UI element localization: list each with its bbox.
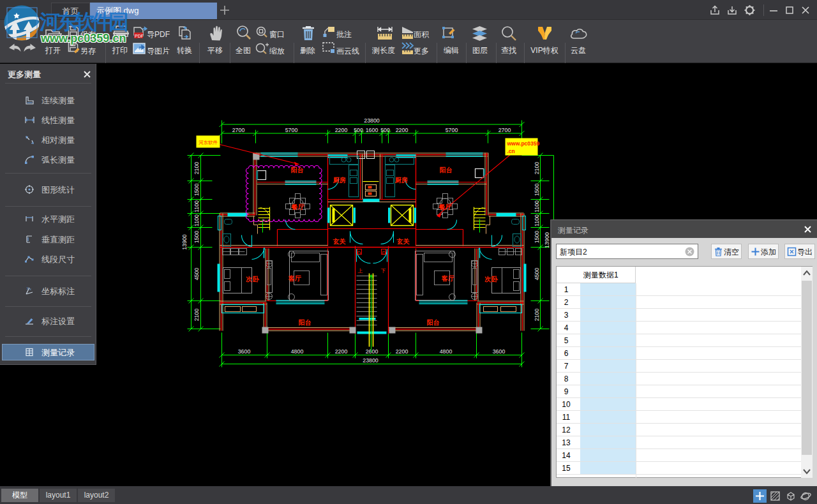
svg-text:餐厅: 餐厅 — [438, 204, 453, 211]
svg-text:2200: 2200 — [396, 127, 408, 133]
svg-text:阳台: 阳台 — [440, 167, 453, 174]
svg-text:1500: 1500 — [534, 231, 540, 244]
svg-text:2600: 2600 — [366, 348, 379, 355]
svg-text:2200: 2200 — [335, 127, 348, 133]
svg-text:2200: 2200 — [335, 348, 348, 355]
svg-text:1600: 1600 — [366, 127, 379, 133]
svg-text:D: D — [382, 250, 386, 256]
svg-text:5700: 5700 — [446, 127, 458, 133]
svg-text:3600: 3600 — [493, 348, 506, 355]
svg-text:玄关: 玄关 — [396, 238, 410, 245]
svg-text:1100: 1100 — [534, 214, 540, 226]
svg-text:阳台: 阳台 — [427, 319, 440, 326]
svg-text:500: 500 — [380, 127, 390, 133]
svg-text:2200: 2200 — [396, 348, 408, 355]
svg-text:4500: 4500 — [534, 268, 540, 281]
svg-text:x: x — [29, 287, 31, 291]
svg-text:厨房: 厨房 — [333, 177, 346, 184]
svg-text:2100: 2100 — [193, 162, 200, 175]
svg-text:500: 500 — [354, 127, 363, 133]
svg-text:2100: 2100 — [193, 309, 200, 322]
svg-text:1100: 1100 — [534, 200, 540, 212]
svg-text:次卧: 次卧 — [246, 276, 260, 283]
svg-text:4800: 4800 — [440, 348, 453, 355]
svg-text:1500: 1500 — [193, 231, 200, 244]
svg-text:.cn: .cn — [507, 148, 515, 154]
svg-text:3600: 3600 — [238, 348, 251, 355]
svg-text:2700: 2700 — [498, 127, 511, 133]
svg-text:2100: 2100 — [534, 309, 540, 322]
svg-text:y: y — [27, 286, 29, 290]
svg-text:玄关: 玄关 — [333, 238, 346, 245]
svg-text:客厅: 客厅 — [288, 275, 302, 282]
svg-text:2700: 2700 — [232, 127, 245, 133]
svg-text:下: 下 — [381, 268, 386, 274]
svg-text:D: D — [357, 250, 361, 256]
svg-text:23800: 23800 — [364, 117, 380, 124]
svg-text:河东软件: 河东软件 — [199, 140, 218, 145]
svg-text:阳台: 阳台 — [299, 319, 311, 326]
svg-text:1100: 1100 — [193, 214, 200, 226]
svg-text:客厅: 客厅 — [441, 275, 455, 282]
svg-text:厨房: 厨房 — [394, 177, 408, 184]
svg-text:1500: 1500 — [534, 184, 540, 196]
svg-text:阳台: 阳台 — [291, 167, 304, 174]
svg-text:4800: 4800 — [291, 348, 304, 355]
svg-text:www.pc0359: www.pc0359 — [507, 140, 540, 147]
svg-text:5700: 5700 — [285, 127, 298, 133]
svg-text:23800: 23800 — [363, 357, 379, 364]
svg-text:13900: 13900 — [181, 234, 188, 250]
svg-text:2100: 2100 — [534, 162, 540, 175]
svg-text:1500: 1500 — [193, 184, 200, 196]
svg-text:次卧: 次卧 — [484, 276, 498, 283]
svg-text:餐厅: 餐厅 — [291, 204, 305, 211]
svg-text:13900: 13900 — [544, 232, 550, 248]
svg-text:1100: 1100 — [193, 200, 200, 212]
svg-text:4500: 4500 — [193, 268, 200, 281]
svg-text:上: 上 — [357, 268, 363, 274]
